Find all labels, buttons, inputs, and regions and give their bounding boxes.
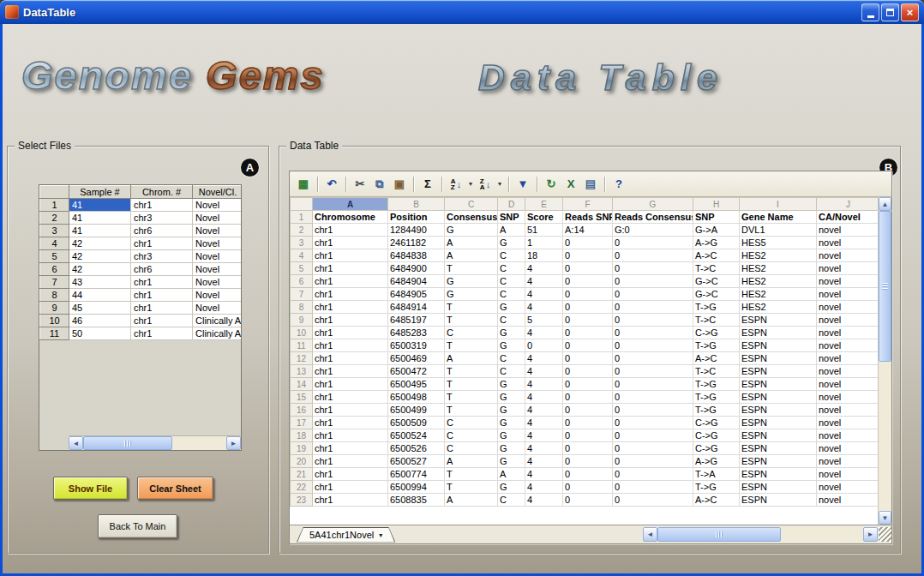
- cell[interactable]: 0: [563, 417, 613, 429]
- cell[interactable]: 6500498: [388, 391, 445, 404]
- cell[interactable]: G: [498, 339, 525, 352]
- minimize-button[interactable]: [861, 3, 879, 21]
- cell[interactable]: 0: [613, 391, 693, 404]
- cell[interactable]: novel: [817, 481, 879, 494]
- cell[interactable]: DVL1: [740, 224, 817, 237]
- cell[interactable]: T: [445, 378, 498, 391]
- cell[interactable]: ESPN: [740, 404, 817, 417]
- column-header-A[interactable]: A: [313, 198, 388, 211]
- cell[interactable]: 0: [563, 481, 613, 494]
- cell[interactable]: G: [498, 417, 525, 429]
- cell[interactable]: G: [498, 455, 525, 468]
- cell[interactable]: 6500526: [388, 442, 445, 455]
- cell[interactable]: Novel: [193, 289, 243, 302]
- cell[interactable]: C->G: [693, 442, 740, 455]
- cell[interactable]: Chromosome: [313, 211, 388, 224]
- scrollbar-track[interactable]: [83, 436, 226, 450]
- cell[interactable]: 41: [69, 212, 131, 225]
- row-header[interactable]: 9: [291, 314, 313, 327]
- cell[interactable]: T->G: [693, 378, 740, 391]
- scroll-up-button[interactable]: ▲: [879, 197, 891, 211]
- cell[interactable]: 0: [563, 404, 613, 417]
- column-header-E[interactable]: E: [525, 198, 563, 211]
- cell[interactable]: chr1: [131, 276, 193, 289]
- scroll-left-button[interactable]: ◄: [69, 436, 83, 450]
- row-header[interactable]: 20: [291, 455, 313, 468]
- resize-grip[interactable]: [879, 527, 891, 542]
- cell[interactable]: chr6: [131, 263, 193, 276]
- cell[interactable]: chr1: [313, 365, 388, 378]
- cell[interactable]: T->A: [693, 468, 740, 481]
- row-header[interactable]: 22: [291, 481, 313, 494]
- cell[interactable]: A->C: [693, 249, 740, 262]
- column-header[interactable]: Novel/Cl.: [193, 186, 243, 199]
- cell[interactable]: 4: [525, 429, 563, 442]
- cell[interactable]: 42: [69, 250, 131, 263]
- cell[interactable]: C: [445, 327, 498, 339]
- autosum-icon[interactable]: Σ: [418, 175, 437, 194]
- cell[interactable]: chr6: [131, 225, 193, 237]
- cell[interactable]: T->G: [693, 339, 740, 352]
- scrollbar-track[interactable]: [657, 527, 863, 542]
- cell[interactable]: A: [445, 352, 498, 365]
- cell[interactable]: 4: [525, 262, 563, 275]
- row-number[interactable]: 8: [40, 289, 69, 302]
- cell[interactable]: CA/Novel: [817, 211, 879, 224]
- cell[interactable]: 0: [563, 494, 613, 507]
- cell[interactable]: chr1: [313, 468, 388, 481]
- cell[interactable]: chr1: [313, 494, 388, 507]
- cell[interactable]: 6500472: [388, 365, 445, 378]
- row-number[interactable]: 7: [40, 276, 69, 289]
- cell[interactable]: G: [498, 481, 525, 494]
- row-header[interactable]: 11: [291, 339, 313, 352]
- cell[interactable]: Novel: [193, 237, 243, 250]
- column-header-C[interactable]: C: [445, 198, 498, 211]
- cell[interactable]: 0: [613, 301, 693, 314]
- cell[interactable]: 0: [613, 442, 693, 455]
- sheet-tab-dropdown-icon[interactable]: ▾: [379, 531, 382, 539]
- row-header[interactable]: 12: [291, 352, 313, 365]
- cell[interactable]: ESPN: [740, 494, 817, 507]
- cell[interactable]: 6484838: [388, 249, 445, 262]
- cell[interactable]: novel: [817, 442, 879, 455]
- cell[interactable]: A->C: [693, 352, 740, 365]
- cell[interactable]: chr1: [313, 237, 388, 249]
- cell[interactable]: 4: [525, 391, 563, 404]
- cell[interactable]: C: [498, 314, 525, 327]
- cut-icon[interactable]: ✂: [351, 175, 369, 194]
- cell[interactable]: 6500509: [388, 417, 445, 429]
- corner-header[interactable]: [40, 186, 69, 199]
- cell[interactable]: T: [445, 404, 498, 417]
- cell[interactable]: 0: [613, 262, 693, 275]
- row-header[interactable]: 21: [291, 468, 313, 481]
- cell[interactable]: HES2: [740, 262, 817, 275]
- row-number[interactable]: 10: [40, 315, 69, 327]
- row-header[interactable]: 16: [291, 404, 313, 417]
- cell[interactable]: ESPN: [740, 455, 817, 468]
- cell[interactable]: 4: [525, 352, 563, 365]
- cell[interactable]: C: [445, 442, 498, 455]
- cell[interactable]: Novel: [193, 263, 243, 276]
- cell[interactable]: Score: [525, 211, 563, 224]
- cell[interactable]: 6500319: [388, 339, 445, 352]
- cell[interactable]: Reads Consensus: [613, 211, 693, 224]
- cell[interactable]: 2461182: [388, 237, 445, 249]
- cell[interactable]: 6484914: [388, 301, 445, 314]
- cell[interactable]: novel: [817, 301, 879, 314]
- cell[interactable]: 18: [525, 249, 563, 262]
- cell[interactable]: chr1: [313, 352, 388, 365]
- cell[interactable]: T: [445, 468, 498, 481]
- show-file-button[interactable]: Show File: [53, 477, 128, 500]
- select-all-corner[interactable]: [291, 198, 313, 211]
- cell[interactable]: novel: [817, 494, 879, 507]
- cell[interactable]: HES2: [740, 288, 817, 301]
- cell[interactable]: T->G: [693, 301, 740, 314]
- copy-icon[interactable]: ⧉: [370, 175, 389, 194]
- cell[interactable]: novel: [817, 365, 879, 378]
- cell[interactable]: 42: [69, 263, 131, 276]
- scroll-left-button[interactable]: ◄: [643, 527, 657, 542]
- cell[interactable]: 0: [613, 494, 693, 507]
- cell[interactable]: novel: [817, 314, 879, 327]
- cell[interactable]: T: [445, 391, 498, 404]
- column-header[interactable]: Sample #: [69, 186, 131, 199]
